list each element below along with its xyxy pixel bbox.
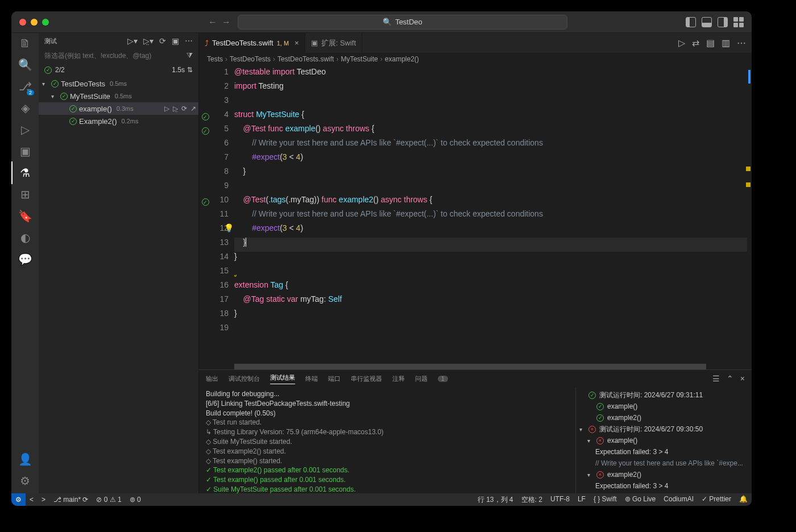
run-test-icon[interactable]: ▷ (164, 105, 169, 113)
status-item[interactable]: { } Swift (590, 495, 621, 503)
panel-tab[interactable]: 串行监视器 (351, 375, 382, 383)
test-tree-row[interactable]: ▾✓MyTestSuite0.5ms (39, 90, 198, 102)
status-item[interactable]: ⊚ 0 (126, 493, 145, 506)
nav-back-icon[interactable]: ← (208, 17, 217, 27)
code-content[interactable]: @testable import TestDeoimport Testingst… (234, 65, 752, 364)
test-tree-row[interactable]: ✓example()0.3ms▷▷̤⟳↗ (39, 102, 198, 115)
close-tab-icon[interactable]: × (295, 39, 299, 47)
more-editor-icon[interactable]: ⋯ (737, 38, 746, 48)
refresh-tests-icon[interactable]: ⟳ (159, 36, 166, 45)
source-control-icon[interactable]: ⎇2 (18, 80, 32, 93)
more-tests-icon[interactable]: ⋯ (185, 36, 193, 45)
panel-collapse-icon[interactable]: ⌃ (727, 374, 733, 383)
breadcrumb-item[interactable]: example2() (385, 55, 419, 63)
accounts-icon[interactable]: 👤 (18, 452, 32, 466)
status-item[interactable]: ⊚ Go Live (621, 495, 660, 503)
breadcrumb-item[interactable]: TestDeoTests (230, 55, 271, 63)
test-results-tree[interactable]: ✓测试运行时间: 2024/6/27 09:31:11✓example()✓ex… (575, 387, 752, 493)
test-tree-row[interactable]: ✓Example2()0.2ms (39, 115, 198, 127)
result-row[interactable]: ▾×example() (579, 435, 748, 446)
close-window[interactable] (19, 19, 26, 26)
toggle-panel-icon[interactable] (702, 17, 712, 27)
show-output-icon[interactable]: ▣ (172, 36, 179, 45)
panel-tab[interactable]: 问题 (415, 375, 428, 383)
bookmark-icon[interactable]: 🔖 (18, 209, 32, 223)
test-output[interactable]: Building for debugging...[6/6] Linking T… (199, 387, 575, 493)
command-search[interactable]: 🔍 TestDeo (238, 15, 567, 30)
result-row[interactable]: Expectation failed: 3 > 4 (579, 480, 748, 492)
nav-forward-icon[interactable]: → (222, 17, 231, 27)
explorer-icon[interactable]: 🗎 (18, 36, 32, 50)
coverage-test-icon[interactable]: ⟳ (181, 105, 187, 113)
panel-tab[interactable]: 端口 (328, 375, 341, 383)
test-summary: ✓ 2/2 1.5s ⇅ (39, 63, 198, 77)
status-item[interactable]: 行 13，列 4 (474, 495, 517, 505)
settings-icon[interactable]: ⚙ (18, 474, 32, 488)
test-tree-row[interactable]: ▾✓TestDeoTests0.5ms (39, 77, 198, 90)
run-file-icon[interactable]: ▷ (678, 38, 685, 48)
run-all-icon[interactable]: ▷▾ (127, 36, 138, 45)
ai-icon[interactable]: ◈ (18, 101, 32, 115)
extensions-icon[interactable]: ▣ (18, 144, 32, 158)
result-row[interactable]: Expectation failed: 3 > 4 (579, 446, 748, 458)
minimize-window[interactable] (31, 19, 38, 26)
panel-tab[interactable]: 终端 (305, 375, 318, 383)
status-item[interactable]: UTF-8 (546, 495, 574, 503)
panel-tab[interactable]: 输出 (206, 375, 218, 383)
status-item[interactable]: < (26, 493, 38, 506)
result-row[interactable]: ✓example2() (579, 412, 748, 423)
result-row[interactable]: ▾×测试运行时间: 2024/6/27 09:30:50 (579, 423, 748, 435)
panel-close-icon[interactable]: × (740, 374, 745, 383)
status-item[interactable]: ⚙ (11, 493, 26, 506)
maximize-window[interactable] (42, 19, 49, 26)
status-item[interactable]: CodiumAI (660, 495, 698, 503)
result-row[interactable]: ✓example() (579, 401, 748, 412)
breadcrumb-item[interactable]: MyTestSuite (341, 55, 378, 63)
test-pass-gutter-icon[interactable]: ✓ (202, 198, 209, 206)
extra-nav-1-icon[interactable]: ⊞ (18, 188, 32, 201)
result-row[interactable]: // Write your test here and use APIs lik… (579, 458, 748, 469)
debug-all-icon[interactable]: ▷̤▾ (143, 36, 154, 45)
status-item[interactable]: LF (574, 495, 590, 503)
breadcrumb-item[interactable]: TestDeoTests.swift (277, 55, 334, 63)
result-row[interactable]: ▾×example2() (579, 469, 748, 480)
breadcrumbs[interactable]: Tests › TestDeoTests › TestDeoTests.swif… (199, 53, 752, 65)
panel-tab[interactable]: 注释 (392, 375, 405, 383)
split-right-icon[interactable]: ▥ (722, 38, 730, 48)
search-view-icon[interactable]: 🔍 (18, 58, 32, 72)
result-row[interactable]: ✓测试运行时间: 2024/6/27 09:31:11 (579, 389, 748, 401)
customize-layout-icon[interactable] (733, 17, 744, 27)
split-down-icon[interactable]: ▤ (706, 38, 715, 48)
testing-icon[interactable]: ⚗ (18, 166, 32, 180)
sort-icon[interactable]: ⇅ (187, 66, 193, 74)
panel-tab[interactable]: 测试结果 (270, 373, 295, 384)
status-item[interactable]: ⎇ main* ⟳ (49, 493, 92, 506)
breadcrumb-item[interactable]: Tests (207, 55, 223, 63)
test-pass-gutter-icon[interactable]: ✓ (202, 127, 209, 135)
status-item[interactable]: ✓ Prettier (698, 495, 735, 503)
editor-tab[interactable]: ▣扩展: Swift (305, 33, 362, 53)
goto-test-icon[interactable]: ↗ (190, 105, 196, 113)
status-item[interactable]: 🔔 (735, 495, 752, 503)
codium-icon[interactable]: ◐ (18, 231, 32, 244)
horizontal-scrollbar[interactable] (199, 364, 752, 369)
editor-tab[interactable]: ⤴TestDeoTests.swift1, M× (199, 33, 305, 53)
gutter-icons: ✓✓✓ (199, 65, 212, 364)
filter-icon[interactable]: ⧩ (183, 51, 193, 60)
test-pass-gutter-icon[interactable]: ✓ (202, 113, 209, 120)
lightbulb-icon[interactable]: 💡 (224, 223, 234, 232)
debug-test-icon[interactable]: ▷̤ (173, 105, 178, 113)
code-editor[interactable]: ✓✓✓ 12345678910111213141516171819 @testa… (199, 65, 752, 364)
toggle-secondary-icon[interactable] (718, 17, 728, 27)
status-item[interactable]: 空格: 2 (517, 495, 546, 505)
panel-menu-icon[interactable]: ☰ (712, 374, 720, 383)
status-item[interactable]: > (38, 493, 49, 506)
status-item[interactable]: ⊘ 0 ⚠ 1 (92, 493, 125, 506)
toggle-sidebar-icon[interactable] (686, 17, 696, 27)
filter-input[interactable] (44, 52, 183, 60)
diff-icon[interactable]: ⇄ (692, 38, 699, 48)
test-sidebar: 测试 ▷▾ ▷̤▾ ⟳ ▣ ⋯ ⧩ ✓ 2/2 1.5s ⇅ (39, 33, 199, 493)
chat-icon[interactable]: 💬 (18, 252, 32, 266)
run-debug-icon[interactable]: ▷ (18, 123, 32, 136)
panel-tab[interactable]: 调试控制台 (229, 375, 260, 383)
